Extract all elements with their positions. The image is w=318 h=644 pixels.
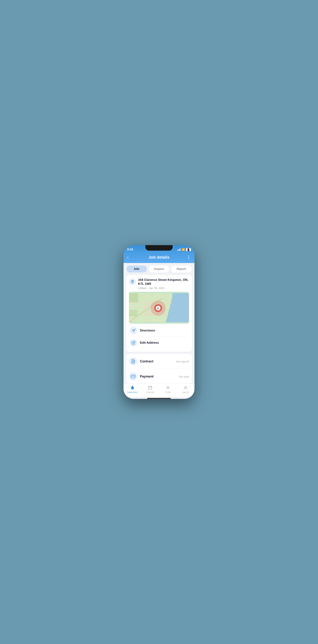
svg-rect-26 xyxy=(148,386,152,390)
agents-icon xyxy=(183,385,188,390)
status-icons: 📶 ▐▌ xyxy=(177,248,191,251)
nav-agents[interactable]: Agents xyxy=(179,385,192,393)
wifi-icon: 📶 xyxy=(182,248,185,251)
nav-calendar[interactable]: Calendar xyxy=(144,385,156,393)
location-icon xyxy=(129,278,136,285)
payment-status: Not paid xyxy=(179,375,189,378)
address-date: 8:00am - Jan 7th, 2023 xyxy=(138,287,189,290)
home-indicator xyxy=(147,398,171,399)
svg-point-0 xyxy=(132,281,133,282)
directions-label: Directions xyxy=(140,329,155,332)
tab-report[interactable]: Report xyxy=(171,266,192,272)
edit-address-row[interactable]: Edit Address xyxy=(129,336,189,349)
address-card: 344 Clarence Street Kingston, ON, K7L 1W… xyxy=(126,275,192,352)
contract-payment-card: Contract Not signed Payment Not paid xyxy=(126,354,192,384)
map-svg: 🏠 xyxy=(129,292,189,324)
header: ‹ Job details ⋮ xyxy=(123,253,195,263)
contract-icon xyxy=(129,357,137,366)
nav-calendar-label: Calendar xyxy=(146,391,154,393)
nav-inspections[interactable]: Inspections xyxy=(126,385,139,393)
bottom-nav: Inspections Calendar xyxy=(123,384,195,397)
directions-row[interactable]: Directions xyxy=(129,324,189,336)
edit-address-label: Edit Address xyxy=(140,341,159,344)
contract-label: Contract xyxy=(140,360,173,363)
page-title: Job details xyxy=(133,255,185,260)
tab-switcher: Info Inspect Report xyxy=(123,263,195,275)
contract-status: Not signed xyxy=(176,360,189,363)
tab-inspect[interactable]: Inspect xyxy=(149,266,169,272)
svg-point-31 xyxy=(185,386,186,388)
more-menu-button[interactable]: ⋮ xyxy=(185,255,191,260)
back-button[interactable]: ‹ xyxy=(127,255,133,260)
nav-inspections-label: Inspections xyxy=(127,391,138,393)
address-row: 344 Clarence Street Kingston, ON, K7L 1W… xyxy=(129,278,189,290)
map-container[interactable]: 🏠 xyxy=(129,292,189,324)
payment-row[interactable]: Payment Not paid xyxy=(126,369,192,384)
nav-agents-label: Agents xyxy=(182,391,189,393)
calendar-icon xyxy=(148,385,153,390)
svg-point-30 xyxy=(167,386,169,388)
directions-icon xyxy=(130,327,137,334)
contract-row[interactable]: Contract Not signed xyxy=(126,354,192,369)
edit-address-icon xyxy=(130,339,137,346)
signal-icon xyxy=(177,248,180,251)
svg-rect-14 xyxy=(129,310,137,316)
svg-rect-24 xyxy=(131,375,135,378)
payment-icon xyxy=(129,372,137,381)
battery-icon: ▐▌ xyxy=(186,248,191,251)
svg-marker-21 xyxy=(132,329,135,332)
svg-text:🏠: 🏠 xyxy=(157,307,160,310)
svg-rect-13 xyxy=(129,293,138,302)
address-text: 344 Clarence Street Kingston, ON, K7L 1W… xyxy=(138,278,189,290)
tab-info[interactable]: Info xyxy=(126,266,147,272)
status-time: 9:41 xyxy=(127,248,133,251)
inspections-icon xyxy=(130,385,135,390)
profile-icon xyxy=(165,385,170,390)
payment-label: Payment xyxy=(140,375,176,378)
nav-profile[interactable]: Profile xyxy=(162,385,174,393)
nav-profile-label: Profile xyxy=(165,391,171,393)
main-content: Info Inspect Report 344 Clarence Street … xyxy=(123,263,195,384)
address-main: 344 Clarence Street Kingston, ON, K7L 1W… xyxy=(138,278,189,286)
